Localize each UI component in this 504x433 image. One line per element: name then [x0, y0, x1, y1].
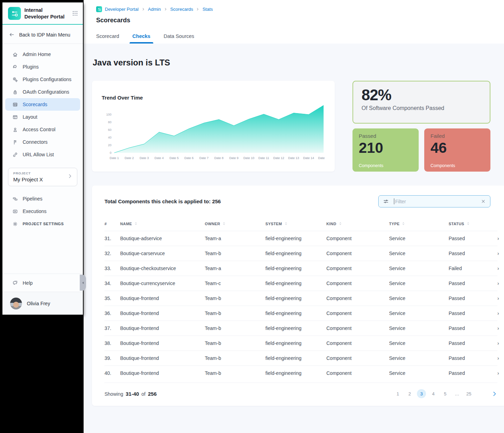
- cell-name: Boutique-frontend: [120, 336, 205, 351]
- sidebar-item-oauth-configurations[interactable]: OAuth Configurations: [5, 86, 80, 98]
- sidebar-item-label: OAuth Configurations: [23, 89, 69, 95]
- table-footer: Showing 31-40 of 256 12345…25: [104, 383, 497, 398]
- cell-index: 34.: [104, 276, 120, 291]
- table-row[interactable]: 35.Boutique-frontendTeam-bfield-engineer…: [104, 291, 497, 306]
- sort-control-kind[interactable]: KIND: [326, 221, 389, 226]
- cell-index: 32.: [104, 246, 120, 261]
- main-area: Developer PortalAdminScorecardsStats Sco…: [84, 0, 504, 433]
- failed-card: Failed 46 Components: [424, 128, 490, 172]
- next-page-icon[interactable]: [491, 391, 497, 397]
- cell-type: Service: [389, 366, 449, 381]
- cell-status: Passed: [449, 291, 497, 306]
- cell-index: 38.: [104, 336, 120, 351]
- sidebar-item-connectors[interactable]: Connectors: [5, 136, 80, 148]
- clear-filter-icon[interactable]: [481, 199, 486, 204]
- sidebar-item-label: Plugins Configurations: [23, 77, 71, 82]
- showing-label: Showing: [104, 391, 123, 397]
- sidebar-item-url-allow-list[interactable]: URL Allow List: [5, 148, 80, 161]
- project-meta: PROJECT My Project X: [13, 171, 67, 182]
- cell-type: Service: [389, 246, 449, 261]
- page-button-1[interactable]: 1: [393, 389, 402, 398]
- cell-index: 35.: [104, 291, 120, 306]
- help-button[interactable]: Help: [5, 280, 33, 286]
- tab-checks[interactable]: Checks: [132, 33, 150, 44]
- page-button-4[interactable]: 4: [429, 389, 438, 398]
- breadcrumb-link-admin[interactable]: Admin: [148, 7, 161, 12]
- sidebar-item-executions[interactable]: Executions: [5, 205, 80, 218]
- breadcrumb-link-developer-portal[interactable]: Developer Portal: [105, 7, 139, 12]
- help-label: Help: [23, 280, 33, 286]
- back-to-idp-main-menu[interactable]: Back to IDP Main Menu: [2, 25, 83, 44]
- content: Java version is LTS Trend Over Time 0204…: [84, 44, 504, 433]
- sidebar-collapse-handle[interactable]: [80, 275, 86, 291]
- cell-kind: Component: [326, 306, 389, 321]
- table-row[interactable]: 36.Boutique-frontendTeam-bfield-engineer…: [104, 306, 497, 321]
- breadcrumb-separator-icon: [196, 7, 200, 11]
- table-header: #NAMEOWNERSYSTEMKINDTYPESTATUS: [104, 218, 497, 231]
- table-row[interactable]: 37.Boutique-frontendTeam-bfield-engineer…: [104, 321, 497, 336]
- sort-control-name[interactable]: NAME: [120, 221, 205, 226]
- sidebar-item-label: Connectors: [23, 139, 48, 145]
- cell-name: Boutique-frontend: [120, 351, 205, 366]
- sidebar-item-access-control[interactable]: Access Control: [5, 123, 80, 136]
- table-row[interactable]: 40.Boutique-frontendTeam-bfield-engineer…: [104, 366, 497, 381]
- sidebar-item-pipelines[interactable]: Pipelines: [5, 192, 80, 205]
- avatar: [10, 298, 22, 309]
- apps-grid-icon[interactable]: [72, 10, 78, 16]
- sidebar-item-project-settings[interactable]: PROJECT SETTINGS: [5, 218, 80, 230]
- table-row[interactable]: 33.Boutique-checkoutserviceTeam-afield-e…: [104, 261, 497, 276]
- sort-control-owner[interactable]: OWNER: [205, 221, 265, 226]
- user-profile[interactable]: Olivia Frey: [2, 292, 83, 315]
- cell-system: field-engineering: [265, 276, 326, 291]
- sidebar-item-scorecards[interactable]: Scorecards: [5, 98, 80, 111]
- page-button-2[interactable]: 2: [405, 389, 414, 398]
- cell-status: Passed: [449, 351, 497, 366]
- filter-input[interactable]: [394, 199, 481, 204]
- table-row[interactable]: 32.Boutique-carservuceTeam-bfield-engine…: [104, 246, 497, 261]
- cell-kind: Component: [326, 291, 389, 306]
- passed-failed-row: Passed 210 Components Failed 46 Componen…: [352, 128, 490, 172]
- cell-owner: Team-b: [205, 336, 265, 351]
- page-button-5[interactable]: 5: [441, 389, 450, 398]
- cell-type: Service: [389, 231, 449, 246]
- svg-text:Date 6: Date 6: [184, 156, 194, 160]
- sidebar-item-admin-home[interactable]: Admin Home: [5, 48, 80, 61]
- breadcrumb-link-stats[interactable]: Stats: [202, 7, 213, 12]
- sidebar-item-layout[interactable]: Layout: [5, 111, 80, 123]
- cell-kind: Component: [326, 321, 389, 336]
- layout-icon: [12, 114, 18, 120]
- sort-icon: [134, 221, 138, 226]
- filter-box: [378, 195, 490, 207]
- svg-text:Date 8: Date 8: [214, 156, 224, 160]
- tab-data-sources[interactable]: Data Sources: [164, 33, 194, 44]
- trend-chart-card: Trend Over Time 020406080100Date 1Date 2…: [92, 81, 335, 172]
- table-row[interactable]: 39.Boutique-frontendTeam-bfield-engineer…: [104, 351, 497, 366]
- cell-status: Failed: [449, 261, 497, 276]
- cell-name: Boutique-adservice: [120, 231, 205, 246]
- project-selector[interactable]: PROJECT My Project X: [8, 168, 77, 186]
- cell-owner: Team-b: [205, 306, 265, 321]
- sidebar-spacer: [2, 230, 83, 274]
- table-row[interactable]: 31.Boutique-adserviceTeam-afield-enginee…: [104, 231, 497, 246]
- table-row[interactable]: 34.Boutique-currencyserviceTeam-cfield-e…: [104, 276, 497, 291]
- sort-icon: [284, 221, 288, 226]
- cell-index: 36.: [104, 306, 120, 321]
- cell-status: Passed: [449, 306, 497, 321]
- filter-sliders-icon[interactable]: [383, 198, 389, 205]
- breadcrumb-link-scorecards[interactable]: Scorecards: [170, 7, 193, 12]
- sort-control-system[interactable]: SYSTEM: [265, 221, 326, 226]
- cell-index: 33.: [104, 261, 120, 276]
- page-button-3[interactable]: 3: [417, 389, 426, 398]
- sidebar-item-plugins-configurations[interactable]: Plugins Configurations: [5, 73, 80, 86]
- sort-control-status[interactable]: STATUS: [449, 221, 497, 226]
- main-header: Developer PortalAdminScorecardsStats Sco…: [84, 0, 504, 44]
- sort-control-type[interactable]: TYPE: [389, 221, 449, 226]
- table-row[interactable]: 38.Boutique-frontendTeam-bfield-engineer…: [104, 336, 497, 351]
- chat-help-icon: [12, 280, 18, 286]
- cell-owner: Team-b: [205, 351, 265, 366]
- page-button-25[interactable]: 25: [464, 389, 473, 398]
- sidebar-item-plugins[interactable]: Plugins: [5, 61, 80, 73]
- sidebar-item-label: Executions: [23, 208, 46, 214]
- tab-scorecard[interactable]: Scorecard: [96, 33, 119, 44]
- of-label: of: [141, 391, 146, 397]
